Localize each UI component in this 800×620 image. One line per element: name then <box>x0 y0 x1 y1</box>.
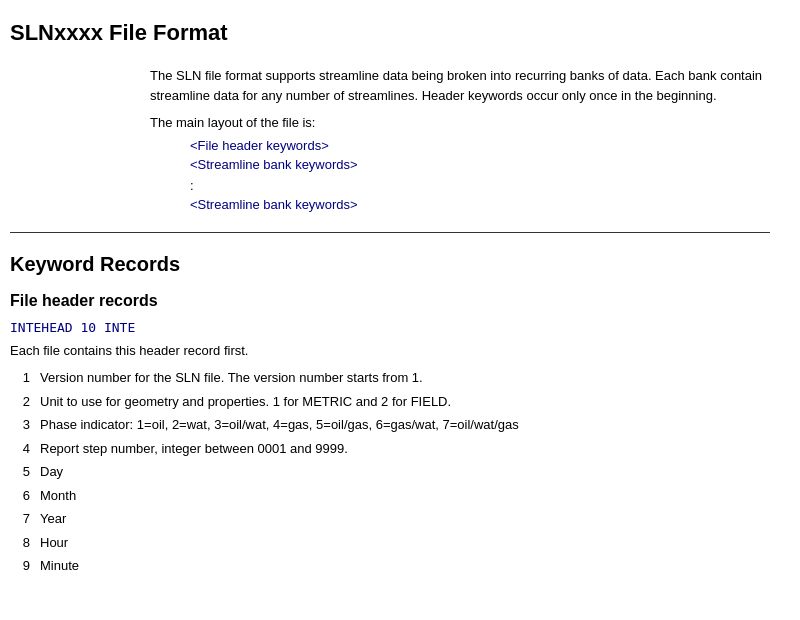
list-text: Day <box>40 462 770 482</box>
list-number: 4 <box>10 439 40 459</box>
list-item: 5Day <box>10 462 770 482</box>
streamline-bank-keywords-link-1[interactable]: <Streamline bank keywords> <box>190 157 358 172</box>
intro-section: The SLN file format supports streamline … <box>150 66 770 212</box>
list-text: Month <box>40 486 770 506</box>
intehead-line: INTEHEAD 10 INTE <box>10 320 770 335</box>
list-item: 6Month <box>10 486 770 506</box>
layout-item-3: <Streamline bank keywords> <box>190 197 770 212</box>
list-number: 2 <box>10 392 40 412</box>
list-text: Unit to use for geometry and properties.… <box>40 392 770 412</box>
list-text: Report step number, integer between 0001… <box>40 439 770 459</box>
keyword-records-section: Keyword Records File header records INTE… <box>10 253 770 576</box>
list-number: 9 <box>10 556 40 576</box>
page-container: SLNxxxx File Format The SLN file format … <box>0 0 800 600</box>
list-number: 5 <box>10 462 40 482</box>
list-item: 1Version number for the SLN file. The ve… <box>10 368 770 388</box>
list-number: 1 <box>10 368 40 388</box>
layout-items: <File header keywords> <Streamline bank … <box>190 138 770 172</box>
list-number: 6 <box>10 486 40 506</box>
streamline-bank-keywords-link-2[interactable]: <Streamline bank keywords> <box>190 197 358 212</box>
section-divider <box>10 232 770 233</box>
list-item: 9Minute <box>10 556 770 576</box>
layout-item-2: <Streamline bank keywords> <box>190 157 770 172</box>
list-item: 7Year <box>10 509 770 529</box>
numbered-list: 1Version number for the SLN file. The ve… <box>10 368 770 576</box>
list-text: Year <box>40 509 770 529</box>
list-text: Minute <box>40 556 770 576</box>
list-item: 8Hour <box>10 533 770 553</box>
intro-paragraph1: The SLN file format supports streamline … <box>150 66 770 105</box>
keyword-records-title: Keyword Records <box>10 253 770 276</box>
page-title: SLNxxxx File Format <box>10 20 770 46</box>
list-item: 3Phase indicator: 1=oil, 2=wat, 3=oil/wa… <box>10 415 770 435</box>
layout-items-2: <Streamline bank keywords> <box>190 197 770 212</box>
list-text: Phase indicator: 1=oil, 2=wat, 3=oil/wat… <box>40 415 770 435</box>
file-header-keywords-link[interactable]: <File header keywords> <box>190 138 329 153</box>
each-file-text: Each file contains this header record fi… <box>10 343 770 358</box>
file-header-title: File header records <box>10 292 770 310</box>
layout-item-1: <File header keywords> <box>190 138 770 153</box>
list-item: 2Unit to use for geometry and properties… <box>10 392 770 412</box>
list-text: Version number for the SLN file. The ver… <box>40 368 770 388</box>
list-number: 7 <box>10 509 40 529</box>
layout-text: The main layout of the file is: <box>150 115 770 130</box>
colon-separator: : <box>190 178 770 193</box>
list-number: 8 <box>10 533 40 553</box>
list-number: 3 <box>10 415 40 435</box>
file-header-section: File header records INTEHEAD 10 INTE Eac… <box>10 292 770 576</box>
list-item: 4Report step number, integer between 000… <box>10 439 770 459</box>
list-text: Hour <box>40 533 770 553</box>
